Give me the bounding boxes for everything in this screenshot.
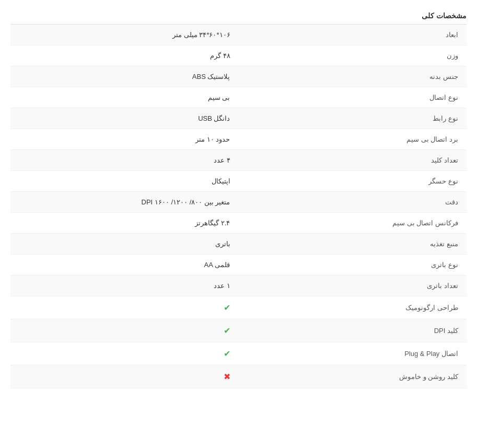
check-icon: ✔ xyxy=(224,326,230,336)
spec-label: کلید DPI xyxy=(239,319,467,342)
table-row: برد اتصال بی سیمحدود ۱۰ متر xyxy=(10,129,467,150)
spec-value: حدود ۱۰ متر xyxy=(10,129,239,150)
spec-value: متغیر بین ۸۰۰/ ۱۲۰۰/ ۱۶۰۰ DPI xyxy=(10,192,239,213)
spec-value: بی سیم xyxy=(10,87,239,108)
spec-value: باتری xyxy=(10,234,239,255)
spec-label: جنس بدنه xyxy=(239,66,467,87)
table-row: نوع حسگراپتیکال xyxy=(10,171,467,192)
spec-label: اتصال Plug & Play xyxy=(239,342,467,365)
spec-value: ✔ xyxy=(10,296,239,319)
table-row: تعداد کلید۴ عدد xyxy=(10,150,467,171)
spec-label: ابعاد xyxy=(239,25,467,45)
table-row: نوع باتریقلمی AA xyxy=(10,255,467,275)
spec-label: نوع باتری xyxy=(239,255,467,275)
table-row: ابعاد۱۰۶*۶۰*۳۴ میلی متر xyxy=(10,25,467,45)
section-title: مشخصات کلی xyxy=(10,5,467,25)
specs-container: مشخصات کلی ابعاد۱۰۶*۶۰*۳۴ میلی متروزن۴۸ … xyxy=(0,0,477,399)
spec-value: ✔ xyxy=(10,319,239,342)
spec-value: ✖ xyxy=(10,365,239,388)
table-row: کلید روشن و خاموش✖ xyxy=(10,365,467,388)
table-row: طراحی ارگونومیک✔ xyxy=(10,296,467,319)
table-row: منبع تغذیهباتری xyxy=(10,234,467,255)
table-row: نوع رابطدانگل USB xyxy=(10,108,467,129)
table-row: وزن۴۸ گرم xyxy=(10,45,467,66)
spec-label: تعداد کلید xyxy=(239,150,467,171)
spec-label: طراحی ارگونومیک xyxy=(239,296,467,319)
spec-label: کلید روشن و خاموش xyxy=(239,365,467,388)
spec-value: ۱ عدد xyxy=(10,275,239,296)
spec-value: دانگل USB xyxy=(10,108,239,129)
spec-label: تعداد باتری xyxy=(239,275,467,296)
table-row: اتصال Plug & Play✔ xyxy=(10,342,467,365)
spec-label: نوع رابط xyxy=(239,108,467,129)
cross-icon: ✖ xyxy=(224,372,230,382)
spec-value: قلمی AA xyxy=(10,255,239,275)
spec-label: برد اتصال بی سیم xyxy=(239,129,467,150)
check-icon: ✔ xyxy=(224,303,230,313)
spec-label: دقت xyxy=(239,192,467,213)
spec-label: فرکانس اتصال بی سیم xyxy=(239,213,467,234)
spec-label: منبع تغذیه xyxy=(239,234,467,255)
table-row: کلید DPI✔ xyxy=(10,319,467,342)
table-row: تعداد باتری۱ عدد xyxy=(10,275,467,296)
spec-value: ۱۰۶*۶۰*۳۴ میلی متر xyxy=(10,25,239,45)
spec-value: ۴۸ گرم xyxy=(10,45,239,66)
spec-value: ✔ xyxy=(10,342,239,365)
table-row: نوع اتصالبی سیم xyxy=(10,87,467,108)
table-row: جنس بدنهپلاستیک ABS xyxy=(10,66,467,87)
spec-value: اپتیکال xyxy=(10,171,239,192)
spec-label: نوع حسگر xyxy=(239,171,467,192)
spec-label: وزن xyxy=(239,45,467,66)
table-row: دقتمتغیر بین ۸۰۰/ ۱۲۰۰/ ۱۶۰۰ DPI xyxy=(10,192,467,213)
spec-value: ۴ عدد xyxy=(10,150,239,171)
spec-label: نوع اتصال xyxy=(239,87,467,108)
table-row: فرکانس اتصال بی سیم۲.۴ گیگاهرتز xyxy=(10,213,467,234)
spec-value: پلاستیک ABS xyxy=(10,66,239,87)
specs-table: ابعاد۱۰۶*۶۰*۳۴ میلی متروزن۴۸ گرمجنس بدنه… xyxy=(10,25,467,388)
check-icon: ✔ xyxy=(224,349,230,359)
spec-value: ۲.۴ گیگاهرتز xyxy=(10,213,239,234)
